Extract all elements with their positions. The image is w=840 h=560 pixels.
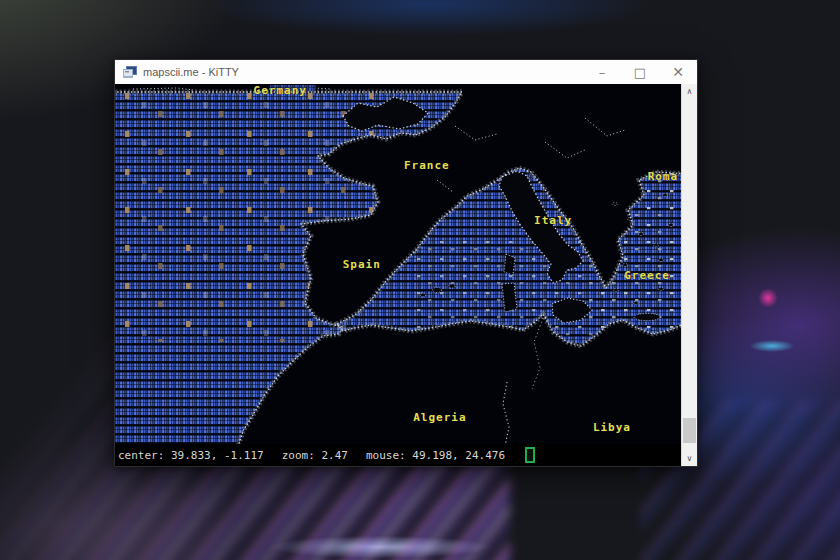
map-label-france: France — [404, 159, 450, 172]
window-title: mapscii.me - KiTTY — [143, 66, 583, 78]
map-label-greece: Greece — [624, 269, 670, 282]
map-label-roma: Roma — [648, 170, 679, 183]
close-button[interactable]: ✕ — [659, 60, 697, 84]
status-zoom: zoom: 2.47 — [282, 449, 348, 462]
status-bar: center: 39.833, -1.117 zoom: 2.47 mouse:… — [115, 444, 681, 466]
window-titlebar[interactable]: mapscii.me - KiTTY – □ ✕ — [115, 60, 697, 84]
menorca-island — [449, 284, 455, 288]
scroll-down-icon[interactable]: ∨ — [682, 451, 697, 466]
map-label-germany: Germany — [254, 84, 307, 96]
scrollbar[interactable]: ∧ ∨ — [681, 84, 697, 466]
terminal-cursor — [525, 447, 535, 463]
map-label-italy: Italy — [534, 214, 572, 227]
crete-island — [634, 313, 660, 320]
scroll-up-icon[interactable]: ∧ — [682, 84, 697, 99]
minimize-button[interactable]: – — [583, 60, 621, 84]
scrollbar-thumb[interactable] — [683, 418, 696, 443]
map-label-algeria: Algeria — [413, 411, 466, 424]
kitty-icon[interactable] — [123, 66, 137, 78]
kitty-window: mapscii.me - KiTTY – □ ✕ — [114, 59, 698, 467]
map-label-spain: Spain — [343, 258, 381, 271]
terminal-client: GermanyFranceRomaItalySpainGreeceAlgeria… — [115, 84, 697, 466]
mallorca-island — [433, 287, 442, 292]
ascii-map-canvas — [115, 84, 681, 444]
map-label-libya: Libya — [593, 421, 631, 434]
maximize-button[interactable]: □ — [621, 60, 659, 84]
mapscii-map[interactable]: GermanyFranceRomaItalySpainGreeceAlgeria… — [115, 84, 681, 444]
desktop-wallpaper: mapscii.me - KiTTY – □ ✕ — [0, 0, 840, 560]
status-center: center: 39.833, -1.117 — [118, 449, 264, 462]
status-mouse: mouse: 49.198, 24.476 — [366, 449, 505, 462]
terminal: GermanyFranceRomaItalySpainGreeceAlgeria… — [115, 84, 681, 466]
ibiza-island — [420, 293, 425, 297]
